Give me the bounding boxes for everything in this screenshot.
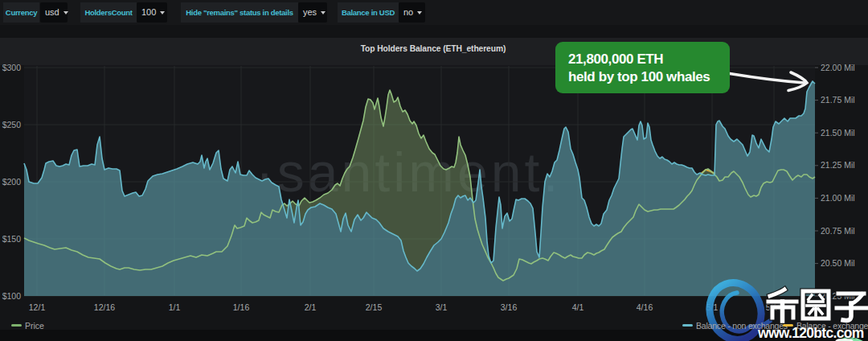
svg-text:$250: $250 [2, 120, 22, 129]
svg-text:20.25 Mil: 20.25 Mil [821, 291, 855, 301]
svg-text:12/16: 12/16 [94, 302, 115, 312]
svg-text:3/16: 3/16 [501, 302, 518, 312]
svg-text:$150: $150 [2, 234, 22, 244]
svg-text:3/1: 3/1 [436, 302, 448, 312]
svg-text:22.00 Mil: 22.00 Mil [821, 63, 855, 72]
svg-text:5/1: 5/1 [706, 302, 719, 312]
svg-text:1/16: 1/16 [233, 302, 250, 312]
svg-text:$200: $200 [2, 177, 22, 187]
svg-text:Price: Price [25, 321, 44, 331]
svg-text:21.00 Mil: 21.00 Mil [821, 193, 855, 203]
svg-text:1/1: 1/1 [169, 302, 181, 312]
svg-text:Top Holders Balance (ETH_ether: Top Holders Balance (ETH_ethereum) [361, 44, 506, 53]
svg-text:20.75 Mil: 20.75 Mil [821, 226, 855, 236]
svg-text:4/16: 4/16 [637, 302, 653, 312]
svg-text:2/15: 2/15 [366, 302, 383, 312]
svg-text:21.50 Mil: 21.50 Mil [821, 128, 855, 138]
svg-text:5/16: 5/16 [766, 302, 783, 312]
svg-text:$100: $100 [2, 291, 22, 301]
svg-text:21.75 Mil: 21.75 Mil [821, 95, 855, 105]
svg-text:4/1: 4/1 [572, 302, 584, 312]
svg-text:2/1: 2/1 [305, 302, 317, 312]
svg-text:$300: $300 [2, 63, 22, 72]
svg-text:21.25 Mil: 21.25 Mil [821, 160, 855, 170]
svg-text:20.50 Mil: 20.50 Mil [821, 258, 855, 268]
svg-text:12/1: 12/1 [29, 302, 46, 312]
